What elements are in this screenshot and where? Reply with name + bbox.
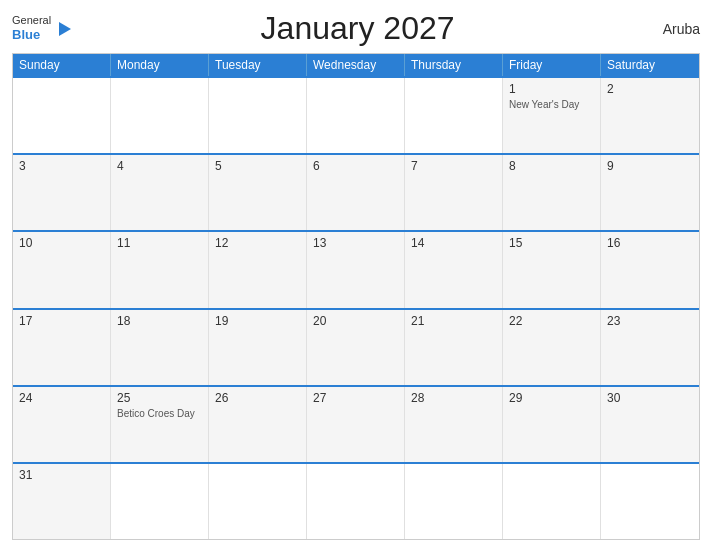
day-event: New Year's Day xyxy=(509,99,594,110)
day-number: 17 xyxy=(19,314,104,328)
day-cell: 31 xyxy=(13,464,111,539)
day-number: 13 xyxy=(313,236,398,250)
calendar: SundayMondayTuesdayWednesdayThursdayFrid… xyxy=(12,53,700,540)
day-number: 7 xyxy=(411,159,496,173)
day-number: 21 xyxy=(411,314,496,328)
day-cell: 22 xyxy=(503,310,601,385)
logo-icon xyxy=(53,18,75,40)
day-cell: 11 xyxy=(111,232,209,307)
calendar-title: January 2027 xyxy=(75,10,640,47)
day-cell: 10 xyxy=(13,232,111,307)
day-number: 9 xyxy=(607,159,693,173)
day-number: 26 xyxy=(215,391,300,405)
day-cell: 18 xyxy=(111,310,209,385)
day-number: 10 xyxy=(19,236,104,250)
day-number: 12 xyxy=(215,236,300,250)
logo-blue-text: Blue xyxy=(12,27,51,43)
day-cell xyxy=(405,464,503,539)
week-row-3: 10111213141516 xyxy=(13,230,699,307)
day-cell xyxy=(405,78,503,153)
logo-general-text: General xyxy=(12,14,51,27)
day-cell: 24 xyxy=(13,387,111,462)
day-number: 2 xyxy=(607,82,693,96)
day-cell: 20 xyxy=(307,310,405,385)
day-cell: 6 xyxy=(307,155,405,230)
day-cell xyxy=(503,464,601,539)
day-header-sunday: Sunday xyxy=(13,54,111,76)
day-number: 14 xyxy=(411,236,496,250)
day-number: 16 xyxy=(607,236,693,250)
day-cell: 14 xyxy=(405,232,503,307)
day-number: 6 xyxy=(313,159,398,173)
day-number: 18 xyxy=(117,314,202,328)
day-cell xyxy=(111,464,209,539)
region-label: Aruba xyxy=(640,21,700,37)
day-cell: 15 xyxy=(503,232,601,307)
day-header-thursday: Thursday xyxy=(405,54,503,76)
day-cell xyxy=(209,464,307,539)
day-number: 11 xyxy=(117,236,202,250)
day-cell: 3 xyxy=(13,155,111,230)
svg-marker-0 xyxy=(59,22,71,36)
calendar-page: General Blue January 2027 Aruba SundayMo… xyxy=(0,0,712,550)
day-cell xyxy=(307,78,405,153)
day-cell: 26 xyxy=(209,387,307,462)
day-cell: 12 xyxy=(209,232,307,307)
day-number: 27 xyxy=(313,391,398,405)
day-cell xyxy=(601,464,699,539)
day-number: 29 xyxy=(509,391,594,405)
day-number: 25 xyxy=(117,391,202,405)
day-cell: 2 xyxy=(601,78,699,153)
day-number: 15 xyxy=(509,236,594,250)
day-number: 30 xyxy=(607,391,693,405)
day-cell: 30 xyxy=(601,387,699,462)
day-cell: 17 xyxy=(13,310,111,385)
week-row-4: 17181920212223 xyxy=(13,308,699,385)
weeks: 1New Year's Day2345678910111213141516171… xyxy=(13,76,699,539)
day-number: 4 xyxy=(117,159,202,173)
day-cell: 29 xyxy=(503,387,601,462)
day-cell xyxy=(209,78,307,153)
day-cell: 23 xyxy=(601,310,699,385)
day-cell xyxy=(13,78,111,153)
day-number: 31 xyxy=(19,468,104,482)
day-cell: 8 xyxy=(503,155,601,230)
day-event: Betico Croes Day xyxy=(117,408,202,419)
day-cell: 4 xyxy=(111,155,209,230)
day-cell: 9 xyxy=(601,155,699,230)
day-number: 23 xyxy=(607,314,693,328)
day-cell xyxy=(307,464,405,539)
week-row-5: 2425Betico Croes Day2627282930 xyxy=(13,385,699,462)
header: General Blue January 2027 Aruba xyxy=(12,10,700,47)
day-cell: 13 xyxy=(307,232,405,307)
day-cell: 27 xyxy=(307,387,405,462)
day-cell: 28 xyxy=(405,387,503,462)
day-number: 5 xyxy=(215,159,300,173)
day-cell xyxy=(111,78,209,153)
day-cell: 1New Year's Day xyxy=(503,78,601,153)
day-number: 20 xyxy=(313,314,398,328)
day-header-saturday: Saturday xyxy=(601,54,699,76)
day-cell: 5 xyxy=(209,155,307,230)
day-cell: 16 xyxy=(601,232,699,307)
day-number: 1 xyxy=(509,82,594,96)
day-cell: 7 xyxy=(405,155,503,230)
day-number: 22 xyxy=(509,314,594,328)
day-number: 8 xyxy=(509,159,594,173)
week-row-2: 3456789 xyxy=(13,153,699,230)
day-cell: 25Betico Croes Day xyxy=(111,387,209,462)
day-header-tuesday: Tuesday xyxy=(209,54,307,76)
day-header-wednesday: Wednesday xyxy=(307,54,405,76)
day-number: 19 xyxy=(215,314,300,328)
day-header-friday: Friday xyxy=(503,54,601,76)
day-header-monday: Monday xyxy=(111,54,209,76)
day-cell: 19 xyxy=(209,310,307,385)
week-row-6: 31 xyxy=(13,462,699,539)
day-number: 24 xyxy=(19,391,104,405)
day-headers: SundayMondayTuesdayWednesdayThursdayFrid… xyxy=(13,54,699,76)
day-number: 28 xyxy=(411,391,496,405)
logo: General Blue xyxy=(12,14,75,43)
day-cell: 21 xyxy=(405,310,503,385)
day-number: 3 xyxy=(19,159,104,173)
week-row-1: 1New Year's Day2 xyxy=(13,76,699,153)
